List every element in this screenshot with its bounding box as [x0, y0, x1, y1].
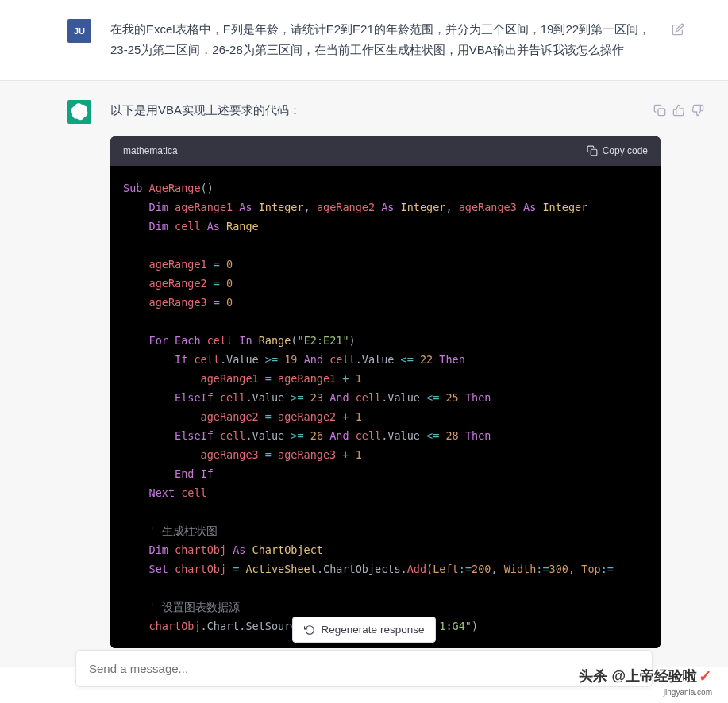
assistant-avatar — [67, 100, 91, 124]
code-header: mathematica Copy code — [110, 136, 661, 166]
user-message-actions — [672, 23, 684, 36]
thumbs-down-icon[interactable] — [691, 104, 704, 117]
assistant-message-block: 以下是用VBA实现上述要求的代码： mathematica Copy code … — [0, 80, 728, 668]
copy-icon — [587, 145, 598, 156]
code-body: Sub AgeRange() Dim ageRange1 As Integer,… — [110, 166, 661, 648]
user-avatar: JU — [67, 19, 91, 43]
svg-rect-0 — [658, 109, 665, 116]
watermark-sub: jingyanla.com — [664, 688, 712, 697]
assistant-intro-text: 以下是用VBA实现上述要求的代码： — [110, 103, 301, 117]
copy-code-button[interactable]: Copy code — [587, 143, 648, 159]
user-message-block: JU 在我的Excel表格中，E列是年龄，请统计E2到E21的年龄范围，并分为三… — [0, 0, 728, 80]
regenerate-button[interactable]: Regenerate response — [292, 617, 437, 643]
edit-icon[interactable] — [672, 23, 684, 36]
input-container — [75, 650, 653, 687]
regenerate-label: Regenerate response — [322, 624, 425, 636]
assistant-message-actions — [653, 104, 704, 117]
refresh-icon — [304, 624, 315, 636]
clipboard-icon[interactable] — [653, 104, 666, 117]
user-message-text: 在我的Excel表格中，E列是年龄，请统计E2到E21的年龄范围，并分为三个区间… — [110, 22, 650, 56]
svg-rect-1 — [591, 150, 597, 156]
assistant-message-content: 以下是用VBA实现上述要求的代码： mathematica Copy code … — [110, 100, 661, 649]
conversation: JU 在我的Excel表格中，E列是年龄，请统计E2到E21的年龄范围，并分为三… — [0, 0, 728, 667]
user-message-content: 在我的Excel表格中，E列是年龄，请统计E2到E21的年龄范围，并分为三个区间… — [110, 19, 661, 61]
message-input[interactable] — [75, 650, 653, 687]
watermark: 头杀 @上帝经验啦 ✓ jingyanla.com — [579, 667, 712, 686]
watermark-text: 头杀 @上帝经验啦 — [579, 667, 697, 686]
thumbs-up-icon[interactable] — [672, 104, 685, 117]
code-language-label: mathematica — [123, 143, 178, 159]
code-block: mathematica Copy code Sub AgeRange() Dim… — [110, 136, 661, 648]
check-icon: ✓ — [699, 667, 712, 686]
copy-code-label: Copy code — [603, 143, 648, 159]
